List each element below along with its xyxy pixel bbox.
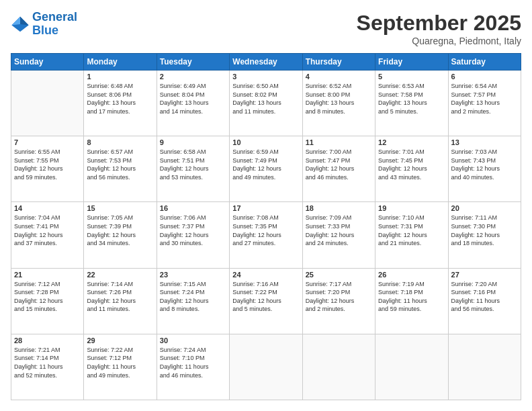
day-info: Sunrise: 6:49 AMSunset: 8:04 PMDaylight:… [160, 82, 226, 116]
day-info: Sunrise: 7:11 AMSunset: 7:30 PMDaylight:… [451, 214, 518, 247]
logo-icon [11, 15, 30, 34]
day-info: Sunrise: 6:50 AMSunset: 8:02 PMDaylight:… [232, 82, 299, 116]
day-number: 23 [160, 271, 226, 279]
day-number: 13 [451, 138, 518, 146]
day-number: 6 [451, 73, 518, 81]
day-cell: 4Sunrise: 6:52 AMSunset: 8:00 PMDaylight… [302, 71, 375, 136]
day-info: Sunrise: 7:04 AMSunset: 7:41 PMDaylight:… [14, 214, 81, 247]
day-info: Sunrise: 7:01 AMSunset: 7:45 PMDaylight:… [378, 148, 445, 181]
day-info: Sunrise: 7:19 AMSunset: 7:18 PMDaylight:… [378, 280, 445, 314]
svg-marker-1 [20, 17, 29, 26]
logo-line2: Blue [32, 24, 58, 37]
day-number: 28 [14, 336, 81, 345]
day-cell: 13Sunrise: 7:03 AMSunset: 7:43 PMDayligh… [448, 136, 521, 202]
day-cell: 16Sunrise: 7:06 AMSunset: 7:37 PMDayligh… [157, 202, 229, 268]
day-number: 26 [378, 271, 445, 279]
column-header-tuesday: Tuesday [157, 54, 229, 71]
day-number: 5 [378, 73, 445, 81]
day-cell: 28Sunrise: 7:21 AMSunset: 7:14 PMDayligh… [11, 334, 84, 400]
day-number: 4 [306, 73, 372, 81]
day-info: Sunrise: 6:57 AMSunset: 7:53 PMDaylight:… [87, 148, 153, 181]
logo-line1: General [32, 10, 77, 24]
week-row-0: 1Sunrise: 6:48 AMSunset: 8:06 PMDaylight… [11, 71, 521, 136]
day-number: 27 [451, 271, 518, 279]
day-cell: 19Sunrise: 7:10 AMSunset: 7:31 PMDayligh… [375, 202, 448, 268]
day-cell: 26Sunrise: 7:19 AMSunset: 7:18 PMDayligh… [375, 268, 448, 334]
column-header-sunday: Sunday [11, 54, 84, 71]
day-cell: 10Sunrise: 6:59 AMSunset: 7:49 PMDayligh… [230, 136, 302, 202]
logo: General Blue [11, 11, 77, 38]
day-number: 14 [14, 204, 81, 212]
day-cell: 21Sunrise: 7:12 AMSunset: 7:28 PMDayligh… [11, 268, 84, 334]
day-cell: 12Sunrise: 7:01 AMSunset: 7:45 PMDayligh… [375, 136, 448, 202]
location: Quaregna, Piedmont, Italy [357, 36, 521, 46]
day-info: Sunrise: 7:08 AMSunset: 7:35 PMDaylight:… [232, 214, 299, 247]
day-cell: 24Sunrise: 7:16 AMSunset: 7:22 PMDayligh… [230, 268, 302, 334]
day-number: 15 [87, 204, 153, 212]
header: General Blue September 2025 Quaregna, Pi… [11, 11, 521, 46]
day-cell: 3Sunrise: 6:50 AMSunset: 8:02 PMDaylight… [230, 71, 302, 136]
day-number: 9 [160, 138, 226, 146]
day-cell: 1Sunrise: 6:48 AMSunset: 8:06 PMDaylight… [84, 71, 157, 136]
day-info: Sunrise: 6:52 AMSunset: 8:00 PMDaylight:… [306, 82, 372, 116]
week-row-1: 7Sunrise: 6:55 AMSunset: 7:55 PMDaylight… [11, 136, 521, 202]
day-cell: 15Sunrise: 7:05 AMSunset: 7:39 PMDayligh… [84, 202, 157, 268]
day-info: Sunrise: 6:59 AMSunset: 7:49 PMDaylight:… [232, 148, 299, 181]
calendar: SundayMondayTuesdayWednesdayThursdayFrid… [11, 53, 521, 400]
column-header-friday: Friday [375, 54, 448, 71]
day-cell: 7Sunrise: 6:55 AMSunset: 7:55 PMDaylight… [11, 136, 84, 202]
day-number: 2 [160, 73, 226, 81]
day-number: 25 [306, 271, 372, 279]
day-cell: 22Sunrise: 7:14 AMSunset: 7:26 PMDayligh… [84, 268, 157, 334]
day-info: Sunrise: 7:17 AMSunset: 7:20 PMDaylight:… [306, 280, 372, 314]
day-number: 11 [306, 138, 372, 146]
day-number: 10 [232, 138, 299, 146]
day-cell: 23Sunrise: 7:15 AMSunset: 7:24 PMDayligh… [157, 268, 229, 334]
day-number: 19 [378, 204, 445, 212]
header-row: SundayMondayTuesdayWednesdayThursdayFrid… [11, 54, 521, 71]
week-row-3: 21Sunrise: 7:12 AMSunset: 7:28 PMDayligh… [11, 268, 521, 334]
day-info: Sunrise: 7:06 AMSunset: 7:37 PMDaylight:… [160, 214, 226, 247]
day-cell: 5Sunrise: 6:53 AMSunset: 7:58 PMDaylight… [375, 71, 448, 136]
day-cell: 30Sunrise: 7:24 AMSunset: 7:10 PMDayligh… [157, 334, 229, 400]
day-number: 22 [87, 271, 153, 279]
day-number: 18 [306, 204, 372, 212]
day-cell [11, 71, 84, 136]
day-number: 7 [14, 138, 81, 146]
day-number: 8 [87, 138, 153, 146]
day-cell: 6Sunrise: 6:54 AMSunset: 7:57 PMDaylight… [448, 71, 521, 136]
week-row-4: 28Sunrise: 7:21 AMSunset: 7:14 PMDayligh… [11, 334, 521, 400]
column-header-saturday: Saturday [448, 54, 521, 71]
day-cell: 8Sunrise: 6:57 AMSunset: 7:53 PMDaylight… [84, 136, 157, 202]
column-header-monday: Monday [84, 54, 157, 71]
day-info: Sunrise: 7:15 AMSunset: 7:24 PMDaylight:… [160, 280, 226, 314]
day-number: 20 [451, 204, 518, 212]
day-cell: 9Sunrise: 6:58 AMSunset: 7:51 PMDaylight… [157, 136, 229, 202]
title-area: September 2025 Quaregna, Piedmont, Italy [357, 11, 521, 46]
day-number: 3 [232, 73, 299, 81]
day-cell: 29Sunrise: 7:22 AMSunset: 7:12 PMDayligh… [84, 334, 157, 400]
day-info: Sunrise: 7:22 AMSunset: 7:12 PMDaylight:… [87, 346, 153, 379]
day-info: Sunrise: 7:12 AMSunset: 7:28 PMDaylight:… [14, 280, 81, 314]
day-info: Sunrise: 7:09 AMSunset: 7:33 PMDaylight:… [306, 214, 372, 247]
day-info: Sunrise: 7:00 AMSunset: 7:47 PMDaylight:… [306, 148, 372, 181]
day-number: 17 [232, 204, 299, 212]
page: General Blue September 2025 Quaregna, Pi… [0, 0, 532, 411]
day-info: Sunrise: 7:10 AMSunset: 7:31 PMDaylight:… [378, 214, 445, 247]
day-cell: 17Sunrise: 7:08 AMSunset: 7:35 PMDayligh… [230, 202, 302, 268]
day-info: Sunrise: 7:05 AMSunset: 7:39 PMDaylight:… [87, 214, 153, 247]
day-cell: 20Sunrise: 7:11 AMSunset: 7:30 PMDayligh… [448, 202, 521, 268]
day-cell: 25Sunrise: 7:17 AMSunset: 7:20 PMDayligh… [302, 268, 375, 334]
day-info: Sunrise: 6:58 AMSunset: 7:51 PMDaylight:… [160, 148, 226, 181]
day-info: Sunrise: 7:20 AMSunset: 7:16 PMDaylight:… [451, 280, 518, 314]
day-number: 29 [87, 336, 153, 345]
day-info: Sunrise: 7:03 AMSunset: 7:43 PMDaylight:… [451, 148, 518, 181]
day-cell: 27Sunrise: 7:20 AMSunset: 7:16 PMDayligh… [448, 268, 521, 334]
column-header-wednesday: Wednesday [230, 54, 302, 71]
day-number: 30 [160, 336, 226, 345]
day-number: 24 [232, 271, 299, 279]
day-number: 12 [378, 138, 445, 146]
day-info: Sunrise: 6:54 AMSunset: 7:57 PMDaylight:… [451, 82, 518, 116]
day-cell [375, 334, 448, 400]
day-info: Sunrise: 7:24 AMSunset: 7:10 PMDaylight:… [160, 346, 226, 379]
